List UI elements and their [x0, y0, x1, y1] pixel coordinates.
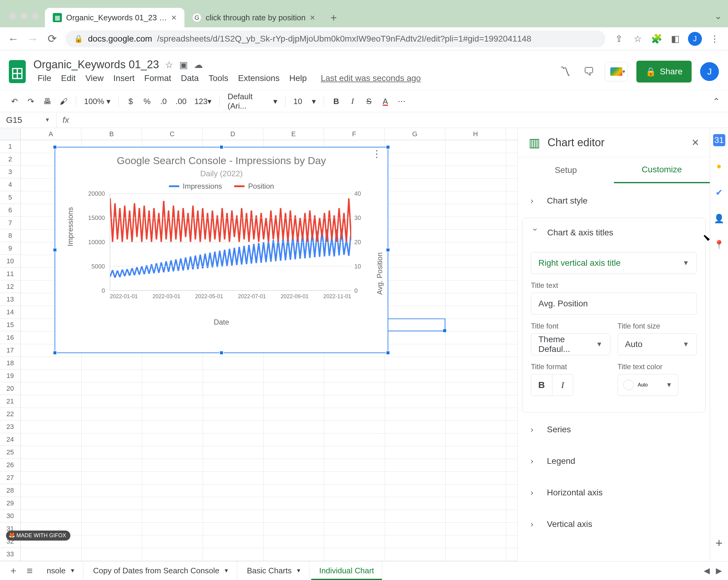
share-button[interactable]: 🔒 Share — [636, 61, 692, 82]
row-header[interactable]: 24 — [0, 433, 20, 446]
row-header[interactable]: 9 — [0, 242, 20, 255]
share-icon[interactable]: ⇪ — [613, 33, 625, 44]
close-tab-icon[interactable]: × — [171, 12, 177, 23]
italic-toggle[interactable]: I — [552, 374, 573, 396]
col-header[interactable]: D — [203, 128, 263, 140]
spreadsheet-grid[interactable]: ABCDEFGH 1234567891011121314151617181920… — [0, 128, 518, 561]
font-size-select[interactable]: 10▾ — [291, 95, 318, 108]
bookmark-star-icon[interactable]: ☆ — [631, 33, 644, 44]
row-header[interactable]: 17 — [0, 344, 20, 357]
embedded-chart[interactable]: ⋮ Google Search Console - Impressions by… — [55, 147, 388, 353]
paint-format-button[interactable]: 🖌 — [57, 95, 70, 108]
resize-handle-nw[interactable] — [53, 145, 57, 149]
row-header[interactable]: 22 — [0, 408, 20, 420]
resize-handle-sw[interactable] — [53, 351, 57, 355]
row-header[interactable]: 16 — [0, 331, 20, 344]
tab-customize[interactable]: Customize — [614, 157, 710, 183]
row-header[interactable]: 25 — [0, 446, 20, 459]
resize-handle-e[interactable] — [386, 248, 390, 252]
traffic-light-close[interactable] — [9, 13, 16, 20]
row-header[interactable]: 26 — [0, 459, 20, 471]
strike-button[interactable]: S — [362, 95, 375, 108]
row-header[interactable]: 7 — [0, 217, 20, 229]
menu-data[interactable]: Data — [177, 72, 203, 85]
menu-file[interactable]: File — [33, 72, 55, 85]
fill-handle[interactable] — [443, 329, 446, 332]
resize-handle-w[interactable] — [53, 248, 57, 252]
row-header[interactable]: 33 — [0, 548, 20, 560]
resize-handle-n[interactable] — [219, 145, 224, 149]
row-header[interactable]: 5 — [0, 191, 20, 204]
row-header[interactable]: 4 — [0, 178, 20, 191]
col-header[interactable]: F — [324, 128, 385, 140]
sidepanel-icon[interactable]: ◧ — [669, 33, 681, 44]
row-header[interactable]: 29 — [0, 497, 20, 510]
add-addon-icon[interactable]: + — [713, 537, 725, 549]
close-sidebar-icon[interactable]: × — [692, 136, 699, 149]
last-edit-link[interactable]: Last edit was seconds ago — [316, 72, 425, 85]
print-button[interactable]: 🖶 — [41, 95, 54, 108]
close-tab-icon[interactable]: × — [310, 12, 315, 23]
percent-button[interactable]: % — [140, 95, 154, 108]
font-select[interactable]: Default (Ari...▾ — [225, 95, 280, 108]
italic-button[interactable]: I — [346, 95, 359, 108]
row-header[interactable]: 23 — [0, 420, 20, 433]
row-header[interactable]: 19 — [0, 369, 20, 382]
section-chart-style[interactable]: ›Chart style — [522, 186, 706, 215]
zoom-select[interactable]: 100% ▾ — [82, 95, 113, 108]
collapse-toolbar-icon[interactable]: ⌃ — [712, 96, 720, 107]
sheets-logo[interactable] — [6, 56, 28, 87]
reload-button[interactable]: ⟳ — [46, 33, 58, 45]
row-header[interactable]: 20 — [0, 382, 20, 395]
currency-button[interactable]: $ — [124, 95, 137, 108]
menu-tools[interactable]: Tools — [204, 72, 232, 85]
calendar-icon[interactable]: 31 — [713, 134, 725, 146]
activity-icon[interactable]: 〽 — [557, 64, 573, 79]
maps-icon[interactable]: 📍 — [713, 238, 725, 251]
row-header[interactable]: 10 — [0, 255, 20, 268]
section-vertical-axis[interactable]: ›Vertical axis — [522, 510, 706, 539]
row-header[interactable]: 11 — [0, 268, 20, 280]
sheet-tab[interactable]: Basic Charts ▼ — [239, 561, 309, 580]
undo-button[interactable]: ↶ — [8, 95, 21, 108]
bold-button[interactable]: B — [330, 95, 343, 108]
text-color-button[interactable]: A — [379, 95, 392, 108]
select-all-corner[interactable] — [0, 128, 21, 140]
tabs-dropdown-icon[interactable]: ⌄ — [714, 10, 722, 21]
section-series[interactable]: ›Series — [522, 415, 706, 444]
star-icon[interactable]: ☆ — [165, 59, 173, 70]
section-legend[interactable]: ›Legend — [522, 447, 706, 476]
cloud-status-icon[interactable]: ☁ — [194, 59, 203, 70]
comments-icon[interactable]: 🗨 — [581, 64, 596, 79]
row-header[interactable]: 21 — [0, 395, 20, 408]
more-tools-button[interactable]: ⋯ — [395, 95, 408, 108]
row-header[interactable]: 14 — [0, 306, 20, 318]
sheet-tab-active[interactable]: Individual Chart — [311, 561, 382, 580]
title-text-input[interactable]: Avg. Position — [531, 293, 697, 315]
resize-handle-s[interactable] — [219, 351, 224, 355]
row-header[interactable]: 3 — [0, 166, 20, 178]
add-sheet-button[interactable]: + — [6, 565, 21, 577]
redo-button[interactable]: ↷ — [24, 95, 37, 108]
move-icon[interactable]: ▣ — [179, 59, 188, 70]
col-header[interactable]: H — [445, 128, 506, 140]
row-header[interactable]: 30 — [0, 510, 20, 522]
bold-toggle[interactable]: B — [531, 374, 552, 396]
selected-cell[interactable] — [385, 318, 445, 331]
profile-avatar[interactable]: J — [688, 32, 702, 46]
row-header[interactable]: 18 — [0, 357, 20, 369]
more-formats-button[interactable]: 123▾ — [192, 95, 214, 108]
section-chart-axis-titles[interactable]: ›Chart & axis titles — [522, 218, 705, 247]
browser-tab-inactive[interactable]: G click through rate by position × — [184, 8, 323, 27]
account-avatar[interactable]: J — [700, 62, 719, 81]
col-header[interactable]: B — [81, 128, 142, 140]
back-button[interactable]: ← — [7, 33, 19, 45]
traffic-light-min[interactable] — [21, 13, 27, 20]
col-header[interactable]: G — [385, 128, 445, 140]
title-color-select[interactable]: Auto ▼ — [618, 374, 678, 396]
resize-handle-se[interactable] — [386, 351, 390, 355]
col-header[interactable]: C — [142, 128, 203, 140]
browser-tab-active[interactable]: ▦ Organic_Keywords 01_23 - Go × — [45, 8, 184, 27]
row-header[interactable]: 27 — [0, 471, 20, 484]
row-header[interactable]: 12 — [0, 280, 20, 293]
